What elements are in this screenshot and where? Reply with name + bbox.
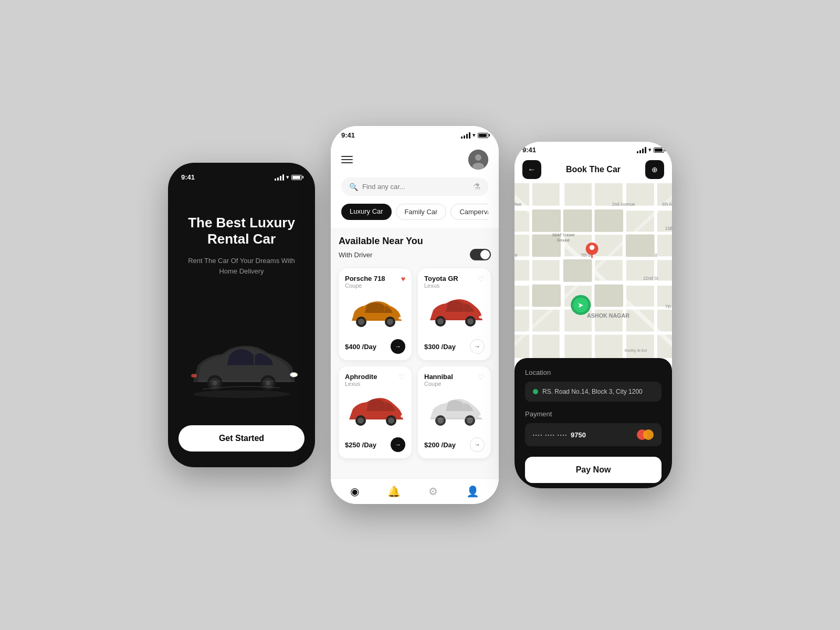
back-button[interactable]: ← xyxy=(522,160,541,179)
svg-point-3 xyxy=(191,374,197,377)
car-info-1: Porsche 718 Coupe xyxy=(345,275,385,289)
svg-rect-61 xyxy=(594,209,623,232)
signal-icon-3 xyxy=(637,147,646,153)
wifi-icon-2: ▾ xyxy=(472,132,476,139)
search-input[interactable] xyxy=(362,183,469,191)
svg-text:SDAT Cricket: SDAT Cricket xyxy=(552,233,575,237)
splash-title: The Best Luxury Rental Car xyxy=(188,215,295,247)
listing-content: Available Near You With Driver Porsche 7… xyxy=(331,228,499,478)
payment-input[interactable]: •••• •••• •••• 9750 xyxy=(525,423,662,446)
svg-text:➤: ➤ xyxy=(578,301,584,309)
car-name-1: Porsche 718 xyxy=(345,275,385,282)
with-driver-toggle[interactable] xyxy=(470,249,491,260)
cars-grid: Porsche 718 Coupe ♥ xyxy=(339,268,491,466)
svg-point-0 xyxy=(193,390,290,398)
car-price-2: $300 /Day xyxy=(424,343,456,351)
svg-text:4th Ave: 4th Ave xyxy=(662,202,672,207)
tab-luxury-car[interactable]: Luxury Car xyxy=(341,204,392,220)
car-card-header-4: Hannibal Coupe ♡ xyxy=(424,373,485,387)
signal-icon-2 xyxy=(461,132,470,139)
svg-rect-60 xyxy=(563,259,592,282)
filter-icon[interactable]: ⚗ xyxy=(473,182,480,192)
booking-panel: Location RS. Road No.14, Block 3, City 1… xyxy=(514,358,672,488)
car-svg-hannibal xyxy=(426,395,484,429)
svg-point-70 xyxy=(590,245,595,250)
status-icons-3: ▾ xyxy=(637,146,664,153)
car-price-4: $200 /Day xyxy=(424,441,456,449)
svg-rect-58 xyxy=(532,235,561,257)
car-card-header-1: Porsche 718 Coupe ♥ xyxy=(345,275,405,289)
svg-text:2nd Avenue: 2nd Avenue xyxy=(612,202,635,207)
book-btn-3[interactable]: → xyxy=(391,437,405,452)
status-bar-3: 9:41 ▾ xyxy=(514,142,672,156)
book-btn-4[interactable]: → xyxy=(470,437,485,452)
location-input[interactable]: RS. Road No.14, Block 3, City 1200 xyxy=(525,382,662,402)
car-footer-3: $250 /Day → xyxy=(345,437,405,452)
car-name-4: Hannibal xyxy=(424,373,453,381)
car-image-3 xyxy=(345,391,405,433)
category-tabs: Luxury Car Family Car Campervan xyxy=(341,204,488,223)
svg-text:22nd St: 22nd St xyxy=(643,276,658,281)
car-footer-4: $200 /Day → xyxy=(424,437,485,452)
pay-now-button[interactable]: Pay Now xyxy=(525,457,662,483)
car-type-1: Coupe xyxy=(345,282,385,289)
nav-compass-icon[interactable]: ◉ xyxy=(350,485,359,498)
search-icon: 🔍 xyxy=(349,183,358,191)
location-label: Location xyxy=(525,369,662,376)
heart-icon-2[interactable]: ♡ xyxy=(478,275,485,283)
hamburger-menu[interactable] xyxy=(341,156,353,163)
heart-icon-3[interactable]: ♡ xyxy=(398,373,405,381)
nav-gear-icon[interactable]: ⚙ xyxy=(428,485,438,498)
svg-point-6 xyxy=(213,381,217,385)
status-bar-1: 9:41 ▾ xyxy=(178,173,304,181)
heart-icon-4[interactable]: ♡ xyxy=(478,373,485,381)
with-driver-row: With Driver xyxy=(339,249,491,260)
phones-container: 9:41 ▾ The Best Luxury Rental Car R xyxy=(168,126,672,504)
splash-car-image xyxy=(178,310,304,425)
car-card-toyota[interactable]: Toyota GR Lexus ♡ xyxy=(418,268,491,360)
battery-icon-2 xyxy=(478,133,488,138)
svg-point-17 xyxy=(398,317,404,320)
search-bar[interactable]: 🔍 ⚗ xyxy=(341,177,488,196)
book-btn-1[interactable]: → xyxy=(391,339,405,354)
battery-icon-3 xyxy=(654,148,664,153)
phone-listing: 9:41 ▾ xyxy=(331,126,499,504)
map-svg: 2nd Ave 2nd Avenue 13th St 3rd Ave 7th S… xyxy=(514,183,672,358)
status-bar-2: 9:41 ▾ xyxy=(331,126,499,142)
svg-text:7th Avenue: 7th Avenue xyxy=(665,304,672,309)
car-svg-porsche xyxy=(346,297,404,331)
location-button[interactable]: ⊕ xyxy=(645,160,664,179)
car-price-3: $250 /Day xyxy=(345,441,376,449)
signal-icon-1 xyxy=(275,174,284,181)
location-dot xyxy=(533,389,538,394)
status-icons-1: ▾ xyxy=(275,174,302,181)
heart-icon-1[interactable]: ♥ xyxy=(401,275,405,283)
svg-text:3rd Ave: 3rd Ave xyxy=(514,253,518,258)
svg-text:15th St: 15th St xyxy=(665,226,672,231)
car-price-1: $400 /Day xyxy=(345,343,376,351)
car-card-porsche[interactable]: Porsche 718 Coupe ♥ xyxy=(339,268,412,360)
get-started-button[interactable]: Get Started xyxy=(178,425,304,452)
card-info: •••• •••• •••• 9750 xyxy=(533,431,586,439)
battery-icon-1 xyxy=(291,175,302,180)
car-info-4: Hannibal Coupe xyxy=(424,373,453,387)
tab-campervan[interactable]: Campervan xyxy=(450,204,488,220)
car-image-2 xyxy=(424,293,485,335)
user-avatar[interactable] xyxy=(468,150,488,170)
car-footer-1: $400 /Day → xyxy=(345,339,405,354)
book-btn-2[interactable]: → xyxy=(470,339,485,354)
nav-user-icon[interactable]: 👤 xyxy=(466,485,479,498)
svg-rect-62 xyxy=(626,235,655,257)
car-name-2: Toyota GR xyxy=(424,275,458,282)
car-type-4: Coupe xyxy=(424,381,453,387)
car-card-hannibal[interactable]: Hannibal Coupe ♡ xyxy=(418,366,491,458)
car-svg-1 xyxy=(178,326,304,410)
svg-rect-57 xyxy=(532,209,561,232)
nav-bell-icon[interactable]: 🔔 xyxy=(387,485,401,498)
tab-family-car[interactable]: Family Car xyxy=(396,204,447,220)
car-image-4 xyxy=(424,391,485,433)
car-footer-2: $300 /Day → xyxy=(424,339,485,354)
location-text: RS. Road No.14, Block 3, City 1200 xyxy=(542,388,643,395)
status-icons-2: ▾ xyxy=(461,132,488,139)
car-card-aphrodite[interactable]: Aphrodite Lexus ♡ xyxy=(339,366,412,458)
